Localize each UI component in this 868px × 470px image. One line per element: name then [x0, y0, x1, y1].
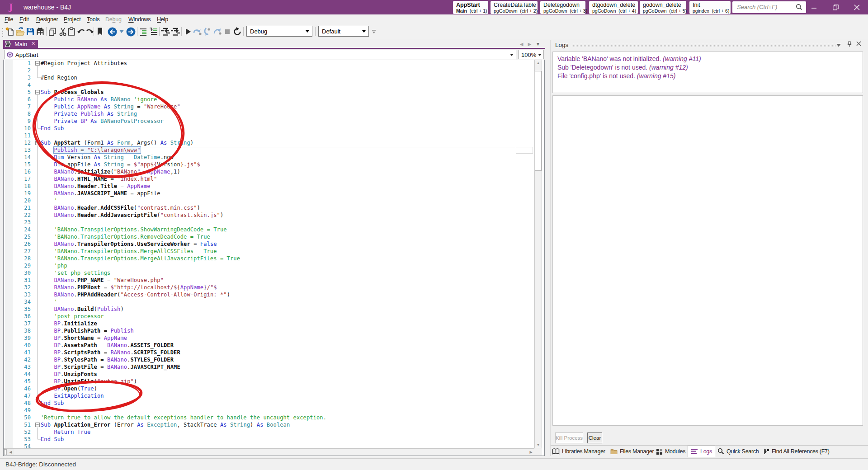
- menu-edit[interactable]: Edit: [19, 16, 29, 23]
- code-line-42[interactable]: 42 BP.StylesPath = BANano.STYLES_FOLDER: [4, 356, 534, 363]
- code-line-51[interactable]: 51Sub Application_Error (Error As Except…: [4, 421, 534, 428]
- format-code-icon[interactable]: [138, 26, 149, 37]
- code-line-36[interactable]: 36 'post processor: [4, 313, 534, 320]
- minimize-button[interactable]: [804, 0, 825, 14]
- format-selection-icon[interactable]: [148, 26, 159, 37]
- maximize-button[interactable]: [825, 0, 846, 14]
- pin-icon[interactable]: [847, 41, 852, 48]
- build-configuration-select[interactable]: Debug: [246, 26, 312, 37]
- bottom-tab-logs[interactable]: Logs: [688, 445, 715, 457]
- code-line-22[interactable]: 22 BANano.Header.AddJavascriptFile("cont…: [4, 212, 534, 219]
- code-line-33[interactable]: 33 BANano.PHPAddHeader("Access-Control-A…: [4, 291, 534, 298]
- code-line-39[interactable]: 39 BP.ShortName = AppName: [4, 334, 534, 342]
- export-zip-icon[interactable]: [35, 26, 46, 37]
- bottom-tab-quick-search[interactable]: Quick Search: [715, 446, 761, 457]
- bottom-tab-find-all-references-f7-[interactable]: Find All References (F7): [760, 446, 832, 457]
- horizontal-scrollbar-thumb[interactable]: [4, 449, 7, 455]
- code-line-53[interactable]: 53End Sub: [4, 436, 534, 443]
- stop-icon[interactable]: [222, 26, 233, 37]
- scroll-up-icon[interactable]: ▲: [535, 60, 542, 66]
- code-line-10[interactable]: 10End Sub: [4, 125, 534, 132]
- code-line-11[interactable]: 11: [4, 132, 534, 139]
- code-line-4[interactable]: 4: [4, 81, 534, 89]
- code-line-32[interactable]: 32 BANano.PHPHost = $"http://localhost/$…: [4, 284, 534, 291]
- scroll-right-icon[interactable]: ▶: [528, 449, 534, 455]
- code-line-24[interactable]: 24 'BANano.TranspilerOptions.ShowWarning…: [4, 226, 534, 233]
- code-line-29[interactable]: 29 'php: [4, 262, 534, 269]
- bottom-tab-modules[interactable]: Modules: [653, 446, 688, 457]
- restart-icon[interactable]: [232, 26, 243, 37]
- tab-scroll-right-icon[interactable]: ▶: [528, 42, 531, 47]
- code-line-20[interactable]: 20 ': [4, 197, 534, 204]
- code-line-1[interactable]: 1#Region Project Attributes: [4, 60, 534, 67]
- code-line-31[interactable]: 31 BANano.PHP_NAME = "WareHouse.php": [4, 277, 534, 284]
- step-over-icon[interactable]: [192, 26, 203, 37]
- code-line-52[interactable]: 52 Return True: [4, 428, 534, 436]
- menu-debug[interactable]: Debug: [105, 16, 122, 23]
- code-line-37[interactable]: 37 BP.Initialize: [4, 320, 534, 327]
- code-line-7[interactable]: 7 Public AppName As String = "WareHouse": [4, 103, 534, 110]
- code-line-35[interactable]: 35 BANano.Build(Publish): [4, 306, 534, 313]
- code-line-27[interactable]: 27 'BANano.TranspilerOptions.MergeAllCSS…: [4, 248, 534, 255]
- code-line-47[interactable]: 47 ExitApplication: [4, 392, 534, 400]
- code-line-9[interactable]: 9 Private BP As BANanoPostProcessor: [4, 118, 534, 125]
- code-line-23[interactable]: 23: [4, 219, 534, 226]
- horizontal-scrollbar[interactable]: ◀ ▶: [4, 448, 534, 456]
- code-line-17[interactable]: 17 BANano.HTML_NAME = "index.html": [4, 175, 534, 183]
- paste-icon[interactable]: [66, 26, 77, 37]
- nav-forward-icon[interactable]: [125, 26, 136, 37]
- code-line-19[interactable]: 19 BANano.JAVASCRIPT_NAME = appFile: [4, 190, 534, 197]
- quick-sub-Init[interactable]: Initpgindex (ctrl + 6): [689, 1, 731, 14]
- code-line-6[interactable]: 6 Public BANano As BANano 'ignore: [4, 96, 534, 103]
- quick-sub-dtgodown_delete[interactable]: dtgodown_deletepgGoDown (ctrl + 4): [589, 1, 638, 14]
- code-line-2[interactable]: 2: [4, 67, 534, 74]
- code-line-30[interactable]: 30 'set php settings: [4, 269, 534, 277]
- code-line-18[interactable]: 18 BANano.Header.Title = AppName: [4, 183, 534, 190]
- menu-designer[interactable]: Designer: [36, 16, 58, 23]
- code-line-16[interactable]: 16 BANano.Initialize("BANano", AppName,1…: [4, 168, 534, 175]
- code-line-54[interactable]: 54: [4, 443, 534, 448]
- menu-tools[interactable]: Tools: [87, 16, 99, 23]
- code-line-44[interactable]: 44 BP.UnzipFonts: [4, 371, 534, 378]
- copy-icon[interactable]: [47, 26, 58, 37]
- pane-splitter[interactable]: [545, 40, 551, 456]
- code-line-5[interactable]: 5Sub Process_Globals: [4, 89, 534, 96]
- tab-close-icon[interactable]: ✕: [31, 41, 35, 47]
- code-line-48[interactable]: 48End Sub: [4, 400, 534, 407]
- open-project-icon[interactable]: [14, 26, 25, 37]
- kill-process-button[interactable]: Kill Process: [555, 432, 583, 443]
- code-line-34[interactable]: 34 ': [4, 298, 534, 306]
- code-line-45[interactable]: 45 BP.UnzipFile("extra.zip"): [4, 378, 534, 385]
- close-button[interactable]: [846, 0, 867, 14]
- clear-button[interactable]: Clear: [587, 432, 602, 443]
- quick-sub-Deletegodown[interactable]: DeletegodownpgGoDown (ctrl + 3): [540, 1, 585, 14]
- code-line-28[interactable]: 28 'BANano.TranspilerOptions.MergeAllJav…: [4, 255, 534, 262]
- close-logs-icon[interactable]: [856, 41, 861, 47]
- scroll-down-icon[interactable]: ▼: [535, 442, 542, 448]
- code-line-26[interactable]: 26 BANano.TranspilerOptions.UseServiceWo…: [4, 240, 534, 248]
- outdent-icon[interactable]: [160, 26, 171, 37]
- tab-main[interactable]: Main ✕: [3, 40, 38, 48]
- code-line-25[interactable]: 25 'BANano.TranspilerOptions.RemoveDeadC…: [4, 233, 534, 240]
- menu-windows[interactable]: Windows: [128, 16, 151, 23]
- indent-icon[interactable]: [170, 26, 181, 37]
- step-out-icon[interactable]: [212, 26, 223, 37]
- code-line-46[interactable]: 46 BP.Open(True): [4, 385, 534, 392]
- code-line-8[interactable]: 8 Private Publish As String: [4, 110, 534, 118]
- code-line-15[interactable]: 15 Dim appFile As String = $"app${Versio…: [4, 161, 534, 168]
- search-input[interactable]: Search (Ctrl+F): [732, 1, 806, 13]
- code-line-40[interactable]: 40 BP.AssetsPath = BANano.ASSETS_FOLDER: [4, 342, 534, 349]
- menu-project[interactable]: Project: [64, 16, 81, 23]
- save-icon[interactable]: [25, 26, 36, 37]
- code-line-38[interactable]: 38 BP.PublishPath = Publish: [4, 327, 534, 334]
- code-line-49[interactable]: 49: [4, 407, 534, 414]
- search-icon[interactable]: [796, 4, 802, 12]
- run-configuration-select[interactable]: Default: [318, 26, 369, 37]
- code-line-50[interactable]: 50'Return true to allow the default exce…: [4, 414, 534, 421]
- scroll-left-icon[interactable]: ◀: [7, 449, 14, 455]
- vertical-scrollbar[interactable]: ▲ ▼: [534, 60, 542, 448]
- menu-file[interactable]: File: [5, 16, 13, 23]
- new-file-icon[interactable]: [5, 26, 15, 37]
- bottom-tab-libraries-manager[interactable]: Libraries Manager: [549, 446, 608, 457]
- code-line-12[interactable]: 12Sub AppStart (Form1 As Form, Args() As…: [4, 139, 534, 146]
